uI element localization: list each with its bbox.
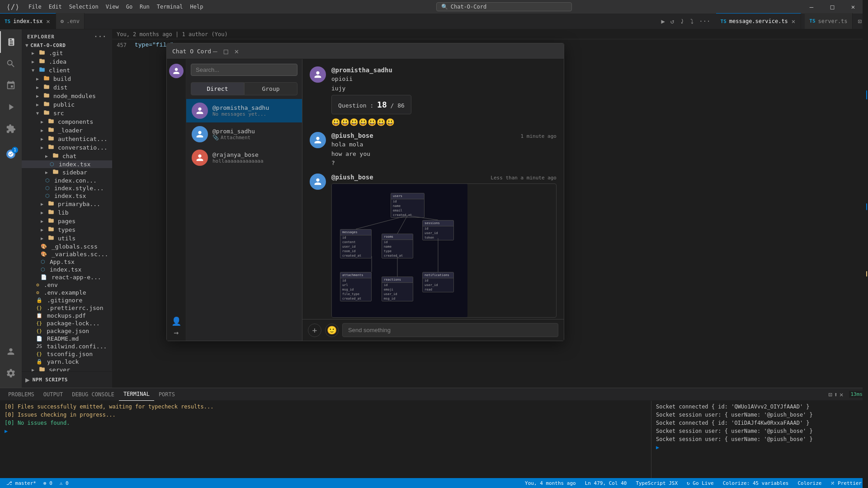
tree-item-lib[interactable]: ▶lib xyxy=(22,208,112,217)
chat-search-input[interactable] xyxy=(191,64,297,76)
activity-settings[interactable] xyxy=(0,362,22,384)
tree-item-node-modules[interactable]: ▶node_modules xyxy=(22,92,112,100)
chat-close-button[interactable]: ✕ xyxy=(232,47,241,56)
run-button[interactable]: ▶ xyxy=(659,17,666,26)
tree-item-package-lock---[interactable]: {}package-lock... xyxy=(22,319,112,327)
terminal-tab-terminal[interactable]: TERMINAL xyxy=(119,388,154,401)
chat-logout-icon[interactable]: → xyxy=(171,328,181,337)
activity-source-control[interactable] xyxy=(0,75,22,96)
menu-edit[interactable]: Edit xyxy=(45,3,66,11)
status-colorize[interactable]: Colorize xyxy=(796,480,823,486)
status-colorize-vars[interactable]: Colorize: 45 variables xyxy=(721,480,791,486)
menu-go[interactable]: Go xyxy=(123,3,136,11)
tree-item-client[interactable]: ▼client xyxy=(22,66,112,75)
tree-item-tsconfig-json[interactable]: {}tsconfig.json xyxy=(22,350,112,358)
status-warnings[interactable]: ⚠ 0 xyxy=(58,480,71,486)
tab-index-tsx[interactable]: TS index.tsx ✕ xyxy=(0,13,56,29)
menu-view[interactable]: View xyxy=(102,3,123,11)
chat-maximize-button[interactable]: □ xyxy=(222,47,230,56)
tree-item-sidebar[interactable]: ▶sidebar xyxy=(22,168,112,177)
chat-text-input[interactable] xyxy=(342,323,558,337)
tree-item-yarn-lock[interactable]: 🔒yarn.lock xyxy=(22,358,112,366)
tree-item-package-json[interactable]: {}package.json xyxy=(22,327,112,335)
activity-remote[interactable]: 1 xyxy=(0,143,22,165)
tree-item-App-tsx[interactable]: ⬡App.tsx xyxy=(22,258,112,266)
activity-explorer[interactable] xyxy=(0,31,22,53)
tree-item--env[interactable]: ⚙.env xyxy=(22,281,112,289)
tree-item-react-app-e---[interactable]: 📄react-app-e... xyxy=(22,273,112,281)
tab-message-service[interactable]: TS message.service.ts ✕ xyxy=(716,13,802,29)
add-contact-icon[interactable]: 👤 xyxy=(171,316,181,326)
contact-promistha[interactable]: @promistha_sadhu No messages yet... xyxy=(186,99,302,122)
tree-item-src[interactable]: ▼src xyxy=(22,109,112,117)
terminal-tab-debug[interactable]: DEBUG CONSOLE xyxy=(67,388,119,401)
chat-tab-direct[interactable]: Direct xyxy=(191,82,244,95)
tree-item-pages[interactable]: ▶pages xyxy=(22,217,112,225)
status-go-live[interactable]: ↻ Go Live xyxy=(685,480,716,486)
tree-item-README-md[interactable]: 📄README.md xyxy=(22,335,112,343)
step-into-button[interactable]: ⤵ xyxy=(689,17,695,26)
chat-emoji-button[interactable]: 🙂 xyxy=(325,324,339,337)
terminal-tab-problems[interactable]: PROBLEMS xyxy=(4,388,39,401)
tree-item-index-tsx[interactable]: ⬡index.tsx xyxy=(22,192,112,200)
tree-item-chat[interactable]: ▶chat xyxy=(22,152,112,160)
step-over-button[interactable]: ⤸ xyxy=(678,17,687,26)
tab-env[interactable]: ⚙ .env xyxy=(56,13,85,29)
tree-item-build[interactable]: ▶build xyxy=(22,75,112,83)
terminal-split-button[interactable]: ⊡ xyxy=(828,391,832,398)
tree-item-mockups-pdf[interactable]: 📋mockups.pdf xyxy=(22,312,112,319)
tree-item-public[interactable]: ▶public xyxy=(22,100,112,109)
contact-rajanya[interactable]: @rajanya_bose hollaaaaaaaaaaaaa xyxy=(186,146,302,169)
status-author[interactable]: You, 4 months ago xyxy=(523,480,578,486)
status-cursor-position[interactable]: Ln 479, Col 40 xyxy=(583,480,629,486)
status-errors[interactable]: ⊗ 0 xyxy=(42,480,54,486)
window-minimize-button[interactable]: — xyxy=(801,0,822,14)
more-button[interactable]: ··· xyxy=(697,17,712,26)
tree-item-authenticat---[interactable]: ▶authenticat... xyxy=(22,135,112,143)
tab-server[interactable]: TS server.ts xyxy=(805,13,852,29)
terminal-close-button[interactable]: ✕ xyxy=(840,391,843,398)
menu-selection[interactable]: Selection xyxy=(66,3,102,11)
menu-help[interactable]: Help xyxy=(187,3,207,11)
window-maximize-button[interactable]: □ xyxy=(822,0,843,14)
activity-extensions[interactable] xyxy=(0,118,22,140)
terminal-tab-output[interactable]: OUTPUT xyxy=(39,388,67,401)
tree-item--idea[interactable]: ▶.idea xyxy=(22,57,112,66)
tab-message-close[interactable]: ✕ xyxy=(791,18,796,25)
tab-index-tsx-close[interactable]: ✕ xyxy=(45,18,51,25)
terminal-tab-ports[interactable]: PORTS xyxy=(154,388,179,401)
chat-tab-group[interactable]: Group xyxy=(244,82,297,95)
window-close-button[interactable]: ✕ xyxy=(843,0,863,14)
status-language[interactable]: TypeScript JSX xyxy=(634,480,679,486)
restart-button[interactable]: ↺ xyxy=(669,17,676,26)
tree-item-dist[interactable]: ▶dist xyxy=(22,83,112,92)
tree-item-types[interactable]: ▶types xyxy=(22,225,112,234)
tree-item-primaryba---[interactable]: ▶primaryba... xyxy=(22,200,112,208)
tree-item-index-con---[interactable]: ⬡index.con... xyxy=(22,177,112,184)
menu-terminal[interactable]: Terminal xyxy=(153,3,187,11)
tree-root-chat-o-cord[interactable]: ▼ CHAT-O-CORD xyxy=(22,42,112,49)
tree-item-index-tsx[interactable]: ⬡index.tsx xyxy=(22,266,112,273)
tree-item--gitignore[interactable]: 🔒.gitignore xyxy=(22,296,112,304)
tree-item-index-style---[interactable]: ⬡index.style... xyxy=(22,184,112,192)
tree-item-components[interactable]: ▶components xyxy=(22,117,112,126)
new-file-icon[interactable]: ··· xyxy=(94,33,107,40)
tree-item--globals-scss[interactable]: 🎨_globals.scss xyxy=(22,243,112,250)
terminal-maximize-button[interactable]: ⬆ xyxy=(834,391,838,398)
menu-run[interactable]: Run xyxy=(136,3,153,11)
menu-file[interactable]: File xyxy=(25,3,45,11)
tree-item-server[interactable]: ▶server xyxy=(22,366,112,371)
tree-item-index-tsx[interactable]: ⬡index.tsx xyxy=(22,160,112,168)
activity-search[interactable] xyxy=(0,53,22,75)
tree-item--git[interactable]: ▶.git xyxy=(22,49,112,57)
npm-scripts-icon[interactable]: ▶ xyxy=(25,375,30,384)
chat-add-button[interactable]: + xyxy=(308,324,321,337)
tree-item--variables-sc---[interactable]: 🎨_variables.sc... xyxy=(22,250,112,258)
status-prettier[interactable]: ⤯ Prettier xyxy=(829,480,863,486)
tree-item-conversatio---[interactable]: ▶conversatio... xyxy=(22,143,112,152)
activity-run[interactable] xyxy=(0,96,22,118)
tree-item--prettierrc-json[interactable]: {}.prettierrc.json xyxy=(22,304,112,312)
tree-item--env-example[interactable]: ⚙.env.example xyxy=(22,289,112,296)
tree-item-utils[interactable]: ▶utils xyxy=(22,234,112,243)
contact-promi[interactable]: @promi_sadhu 📎 Attachment xyxy=(186,122,302,146)
